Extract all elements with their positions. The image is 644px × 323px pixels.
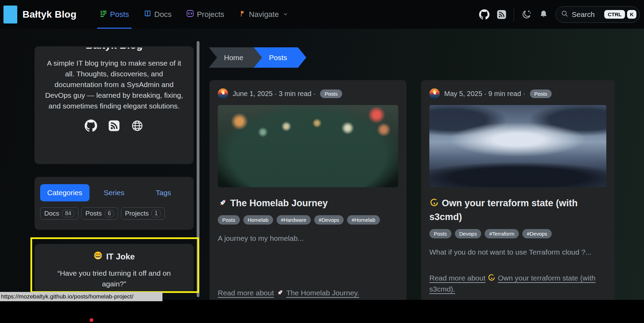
rocket-emoji-icon bbox=[276, 288, 284, 297]
chip-label: Docs bbox=[44, 210, 59, 217]
bell-icon[interactable] bbox=[539, 10, 548, 19]
post-title-text: The Homelab Journey bbox=[230, 198, 328, 208]
projects-code-icon bbox=[186, 9, 194, 20]
nav-item-label: Navigate bbox=[249, 10, 279, 19]
read-more-prefix: Read more about bbox=[429, 274, 485, 282]
header-divider bbox=[514, 7, 514, 22]
post-image-harbor[interactable] bbox=[218, 105, 398, 187]
nav-item-label: Docs bbox=[154, 10, 171, 19]
rss-icon[interactable] bbox=[108, 120, 120, 132]
chevron-down-icon bbox=[283, 10, 288, 19]
chip-label: Projects bbox=[125, 210, 149, 217]
about-title-clipped: Bałtyk Blog bbox=[44, 48, 184, 54]
post-category-badge[interactable]: Posts bbox=[320, 89, 342, 98]
moon-stars-icon[interactable] bbox=[521, 9, 532, 20]
top-nav-bar: Bałtyk Blog Posts bbox=[0, 0, 644, 29]
chip-label: Posts bbox=[85, 210, 102, 217]
about-description: A simple IT blog trying to make sense of… bbox=[44, 58, 184, 111]
page: Bałtyk Blog Posts bbox=[0, 0, 644, 323]
joke-title: IT Joke bbox=[106, 252, 135, 262]
tab-series[interactable]: Series bbox=[90, 189, 139, 197]
category-chip-docs[interactable]: Docs84 bbox=[40, 207, 78, 220]
post-excerpt: What if you do not want to use Terraform… bbox=[429, 246, 606, 258]
rocket-emoji-icon bbox=[218, 198, 227, 208]
tag-pill[interactable]: Posts bbox=[429, 229, 451, 238]
post-meta: June 1, 2025 · 3 min read · bbox=[233, 90, 316, 98]
avatar bbox=[429, 88, 440, 99]
docs-book-icon bbox=[143, 9, 152, 20]
post-tags: PostsDevops#Terraform#Devops bbox=[429, 229, 606, 238]
tag-pill[interactable]: Homelab bbox=[243, 215, 273, 225]
joke-quote: “Have you tried turning it off and on ag… bbox=[35, 268, 194, 289]
post-title-text: Own your terraform state (with s3cmd) bbox=[429, 198, 578, 222]
nav-item-projects[interactable]: Projects bbox=[186, 0, 224, 29]
post-header: June 1, 2025 · 3 min read · Posts bbox=[218, 88, 398, 99]
site-logo[interactable] bbox=[3, 6, 17, 23]
sidebar-scrollbar[interactable] bbox=[197, 41, 199, 297]
about-title: Bałtyk Blog bbox=[44, 48, 184, 53]
nav-item-label: Projects bbox=[197, 10, 224, 19]
post-tags: PostsHomelab#Hardware#Devops#Homelab bbox=[218, 215, 398, 225]
post-title[interactable]: The Homelab Journey bbox=[218, 196, 398, 210]
search-icon bbox=[561, 10, 569, 19]
read-more-link[interactable]: Read more about Own your terraform state… bbox=[429, 273, 606, 295]
joke-heading: IT Joke bbox=[35, 251, 194, 262]
about-social-links bbox=[44, 120, 184, 132]
avatar bbox=[218, 88, 228, 99]
tag-pill[interactable]: Posts bbox=[218, 215, 240, 225]
github-icon[interactable] bbox=[479, 9, 489, 20]
it-joke-card: IT Joke “Have you tried turning it off a… bbox=[35, 244, 194, 293]
nav-item-docs[interactable]: Docs bbox=[143, 0, 171, 29]
post-image-sky[interactable] bbox=[429, 105, 606, 187]
github-icon[interactable] bbox=[85, 120, 97, 132]
dizzy-emoji-icon bbox=[487, 274, 496, 282]
category-chip-projects[interactable]: Projects1 bbox=[121, 207, 165, 220]
kbd-ctrl: CTRL bbox=[604, 10, 625, 19]
bottom-black-strip bbox=[0, 300, 644, 323]
read-more-suffix: The Homelab Journey. bbox=[286, 289, 359, 297]
category-chip-posts[interactable]: Posts6 bbox=[81, 207, 118, 220]
navigate-flag-icon bbox=[239, 10, 246, 19]
site-title[interactable]: Bałtyk Blog bbox=[22, 9, 76, 20]
post-header: May 5, 2025 · 9 min read · Posts bbox=[429, 88, 606, 99]
read-more-prefix: Read more about bbox=[218, 289, 274, 297]
post-card: May 5, 2025 · 9 min read · Posts Own you… bbox=[421, 80, 615, 322]
about-card: Bałtyk Blog A simple IT blog trying to m… bbox=[35, 46, 194, 164]
red-dot-indicator bbox=[90, 318, 93, 322]
chip-count: 6 bbox=[105, 210, 114, 217]
status-bar-url: https://mozebaltyk.github.io/posts/homel… bbox=[0, 292, 162, 301]
kbd-k: K bbox=[627, 10, 636, 19]
post-card: June 1, 2025 · 3 min read · Posts The Ho… bbox=[209, 80, 407, 322]
post-meta: May 5, 2025 · 9 min read · bbox=[444, 90, 525, 98]
globe-icon[interactable] bbox=[131, 120, 143, 132]
nav-item-label: Posts bbox=[110, 10, 129, 19]
nav-item-posts[interactable]: Posts bbox=[100, 0, 129, 29]
tab-tags[interactable]: Tags bbox=[139, 189, 188, 197]
dizzy-emoji-icon bbox=[429, 198, 439, 208]
rss-icon[interactable] bbox=[497, 10, 506, 19]
joy-emoji-icon bbox=[93, 251, 103, 262]
tag-pill[interactable]: Devops bbox=[455, 229, 482, 238]
chip-count: 84 bbox=[62, 210, 74, 217]
taxonomy-card: Categories Series Tags Docs84Posts6Proje… bbox=[35, 177, 194, 230]
post-title[interactable]: Own your terraform state (with s3cmd) bbox=[429, 196, 606, 224]
nav-item-navigate[interactable]: Navigate bbox=[239, 0, 288, 29]
posts-list-icon bbox=[100, 10, 108, 19]
header-right-cluster: Search CTRL K bbox=[479, 0, 640, 29]
tag-pill[interactable]: #Devops bbox=[314, 215, 344, 225]
category-chips: Docs84Posts6Projects1 bbox=[40, 207, 188, 220]
tab-categories[interactable]: Categories bbox=[40, 184, 90, 201]
taxonomy-tabs: Categories Series Tags bbox=[40, 184, 188, 201]
read-more-link[interactable]: Read more about The Homelab Journey. bbox=[218, 287, 398, 298]
tag-pill[interactable]: #Homelab bbox=[347, 215, 380, 225]
search-input[interactable]: Search CTRL K bbox=[556, 6, 640, 23]
main-nav: Posts Docs Projects bbox=[100, 0, 288, 29]
tag-pill[interactable]: #Hardware bbox=[277, 215, 311, 225]
post-category-badge[interactable]: Posts bbox=[530, 89, 552, 98]
search-placeholder: Search bbox=[572, 10, 604, 19]
tag-pill[interactable]: #Devops bbox=[522, 229, 552, 238]
tag-pill[interactable]: #Terraform bbox=[485, 229, 519, 238]
post-excerpt: A journey to my homelab... bbox=[218, 232, 398, 244]
chip-count: 1 bbox=[151, 210, 161, 217]
